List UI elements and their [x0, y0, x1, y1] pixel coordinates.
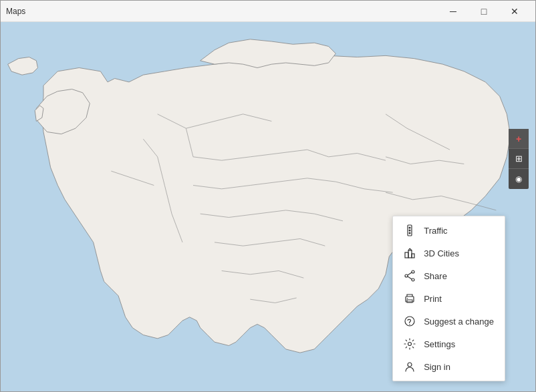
svg-line-62: [408, 272, 412, 275]
map-controls: + ⊞ ◉: [509, 129, 529, 189]
signin-icon: [404, 361, 416, 373]
maps-window: Maps ─ □ ✕: [0, 0, 536, 392]
menu-item-signin[interactable]: Sign in: [393, 355, 505, 378]
window-title: Maps: [6, 7, 25, 16]
svg-point-67: [409, 324, 410, 325]
satellite-icon: ⊞: [515, 154, 523, 164]
menu-item-share[interactable]: Share: [393, 264, 505, 287]
content-area: + ⊞ ◉: [1, 22, 535, 391]
title-bar: Maps ─ □ ✕: [1, 1, 535, 22]
svg-point-51: [409, 227, 411, 229]
svg-point-69: [408, 363, 412, 367]
map-container[interactable]: + ⊞ ◉: [1, 22, 535, 391]
share-icon: [404, 270, 416, 282]
menu-item-traffic[interactable]: Traffic: [393, 219, 505, 242]
menu-item-print[interactable]: Print: [393, 287, 505, 310]
svg-line-63: [408, 276, 412, 279]
menu-label-3dcities: 3D Cities: [424, 248, 459, 258]
zoom-in-button[interactable]: +: [509, 129, 529, 149]
svg-point-53: [409, 232, 411, 234]
menu-label-suggest: Suggest a change: [424, 317, 494, 327]
settings-icon: [404, 338, 416, 350]
minimize-button[interactable]: ─: [438, 1, 468, 22]
traffic-icon: [404, 224, 416, 236]
menu-item-settings[interactable]: Settings: [393, 333, 505, 355]
compass-icon: ◉: [515, 174, 522, 184]
compass-button[interactable]: ◉: [509, 169, 529, 189]
print-icon: [404, 292, 416, 305]
menu-label-signin: Sign in: [424, 362, 450, 372]
svg-rect-54: [405, 252, 408, 258]
svg-point-68: [408, 343, 412, 346]
window-controls: ─ □ ✕: [438, 1, 530, 22]
close-button[interactable]: ✕: [499, 1, 530, 22]
svg-point-61: [405, 274, 408, 277]
menu-label-share: Share: [424, 271, 447, 281]
svg-rect-55: [408, 250, 412, 258]
restore-button[interactable]: □: [468, 1, 499, 22]
svg-point-66: [407, 298, 408, 299]
3dcities-icon: [404, 247, 416, 259]
svg-rect-56: [412, 254, 414, 258]
menu-label-settings: Settings: [424, 339, 455, 349]
satellite-button[interactable]: ⊞: [509, 149, 529, 169]
svg-point-59: [412, 270, 414, 273]
zoom-in-icon: +: [516, 134, 521, 144]
menu-item-3dcities[interactable]: 3D Cities: [393, 242, 505, 264]
svg-point-60: [412, 278, 414, 281]
menu-label-print: Print: [424, 294, 442, 304]
suggest-icon: [404, 315, 416, 327]
svg-point-52: [409, 230, 411, 232]
menu-item-suggest[interactable]: Suggest a change: [393, 310, 505, 333]
context-menu: Traffic 3D Cities: [392, 216, 505, 381]
menu-label-traffic: Traffic: [424, 226, 447, 236]
